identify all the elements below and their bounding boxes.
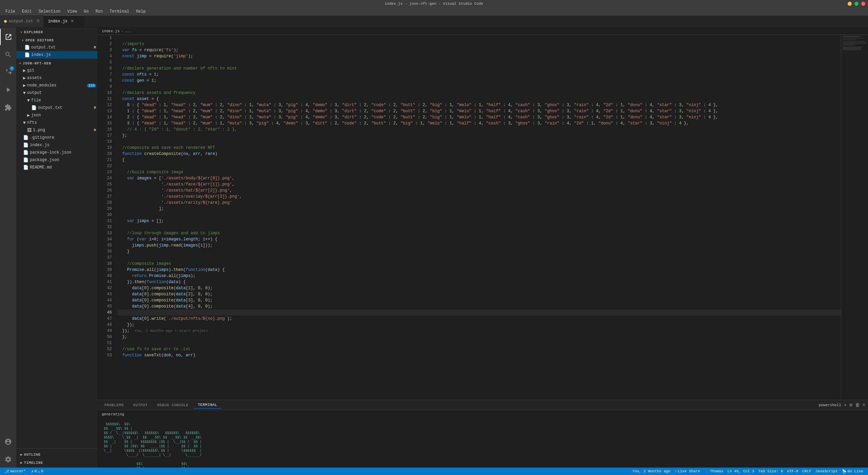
window-controls[interactable] bbox=[848, 2, 865, 6]
folder-label: node_modules bbox=[27, 83, 86, 88]
tree-item-nfts[interactable]: ▼ nfts bbox=[16, 119, 97, 126]
menu-edit[interactable]: Edit bbox=[19, 8, 35, 15]
tree-item-package-lock[interactable]: 📄 package-lock.json bbox=[16, 149, 97, 156]
open-editors-header[interactable]: ▾ OPEN EDITORS bbox=[16, 36, 97, 44]
outline-chevron-icon: ▶ bbox=[20, 453, 23, 457]
project-header[interactable]: ▾ JSON-NFT-GEN bbox=[16, 59, 97, 67]
menu-view[interactable]: View bbox=[64, 8, 80, 15]
modified-badge: M bbox=[94, 46, 96, 50]
file-label: index.js bbox=[30, 143, 97, 147]
timeline-header[interactable]: ▶ TIMELINE bbox=[16, 458, 97, 466]
menu-terminal[interactable]: Terminal bbox=[107, 8, 132, 15]
outline-header[interactable]: ▶ OUTLINE bbox=[16, 450, 97, 458]
code-line-13: 1 : { "dead" : 1, "head" : 2, "mum" : 2,… bbox=[117, 108, 841, 114]
close-button[interactable] bbox=[861, 2, 865, 6]
menu-help[interactable]: Help bbox=[133, 8, 149, 15]
code-line-29: ]; bbox=[117, 206, 841, 212]
cursor-position-status[interactable]: Ln 46, Col 3 bbox=[726, 469, 756, 473]
activity-run[interactable] bbox=[0, 82, 16, 98]
add-terminal-icon[interactable]: + bbox=[844, 402, 847, 408]
file-icon: 📄 bbox=[31, 105, 37, 111]
svg-rect-9 bbox=[843, 42, 866, 43]
errors-status[interactable]: ✗ 0 ⚠ 0 bbox=[29, 468, 45, 475]
tree-item-index-js[interactable]: 📄 index.js bbox=[16, 141, 97, 149]
code-line-6: //declare generation and number of nfts … bbox=[117, 65, 841, 72]
file-icon: 📄 bbox=[23, 165, 28, 170]
menu-run[interactable]: Run bbox=[93, 8, 106, 15]
file-label: README.md bbox=[30, 165, 97, 170]
language-status[interactable]: JavaScript bbox=[813, 469, 840, 473]
image-icon: 🖼 bbox=[27, 128, 32, 133]
svg-rect-7 bbox=[843, 41, 865, 41]
open-editors-chevron-icon: ▾ bbox=[22, 38, 24, 42]
svg-rect-5 bbox=[843, 39, 856, 39]
tree-item-file[interactable]: ▼ file bbox=[16, 97, 97, 104]
activity-search[interactable] bbox=[0, 46, 16, 63]
tree-item-package-json[interactable]: 📄 package.json bbox=[16, 156, 97, 164]
menu-selection[interactable]: Selection bbox=[36, 8, 63, 15]
panel-tab-debug[interactable]: DEBUG CONSOLE bbox=[153, 402, 192, 409]
panel-tab-problems[interactable]: PROBLEMS bbox=[100, 402, 128, 409]
tree-item-readme[interactable]: 📄 README.md bbox=[16, 164, 97, 171]
minimap bbox=[841, 35, 868, 400]
svg-rect-8 bbox=[843, 42, 866, 42]
activity-accounts[interactable] bbox=[0, 434, 16, 450]
maximize-button[interactable] bbox=[854, 2, 859, 6]
tab-output-txt[interactable]: output.txt M bbox=[0, 15, 44, 27]
open-editors-label: OPEN EDITORS bbox=[25, 39, 54, 42]
code-editor[interactable]: //imports var fs = require('fs'); const … bbox=[115, 35, 841, 400]
activity-explorer[interactable] bbox=[0, 29, 16, 45]
split-terminal-icon[interactable]: ⊞ bbox=[849, 402, 852, 408]
timeline-label: TIMELINE bbox=[24, 461, 43, 465]
svg-rect-2 bbox=[843, 36, 860, 37]
tree-item-json[interactable]: ▶ json bbox=[16, 112, 97, 119]
explorer-header[interactable]: ▾ EXPLORER bbox=[16, 27, 97, 36]
open-editor-output-txt[interactable]: 📄 output.txt M bbox=[16, 44, 97, 51]
user-icon: 👤 bbox=[704, 469, 709, 474]
you-status[interactable]: You, 2 months ago bbox=[630, 469, 672, 473]
panel-tab-output[interactable]: OUTPUT bbox=[129, 402, 152, 409]
tab-size-status[interactable]: Tab Size: 8 bbox=[756, 469, 785, 473]
svg-rect-13 bbox=[843, 45, 854, 45]
user-status[interactable]: 👤 Thomas bbox=[702, 469, 726, 474]
tree-item-git[interactable]: ▶ git bbox=[16, 67, 97, 74]
svg-rect-14 bbox=[843, 46, 865, 47]
code-line-49: }); You, 2 months ago • start project bbox=[117, 328, 841, 334]
warning-count: 0 bbox=[41, 469, 43, 473]
code-line-7: const nfts = 1; bbox=[117, 72, 841, 78]
file-icon: 📄 bbox=[24, 45, 30, 50]
line-ending-status[interactable]: CRLF bbox=[800, 469, 813, 473]
tree-item-output[interactable]: ▼ output bbox=[16, 89, 97, 97]
tree-item-assets[interactable]: ▶ assets bbox=[16, 74, 97, 82]
tab-close-icon[interactable]: × bbox=[71, 19, 74, 24]
menu-file[interactable]: File bbox=[3, 8, 18, 15]
tab-index-js[interactable]: index.js × bbox=[44, 15, 84, 27]
trash-icon[interactable]: 🗑 bbox=[855, 402, 860, 408]
folder-open-icon: ▼ bbox=[27, 98, 30, 103]
file-icon: 📄 bbox=[23, 142, 28, 148]
activity-source-control[interactable]: 2 bbox=[0, 64, 16, 80]
tab-label: index.js bbox=[48, 19, 67, 24]
panel-tab-terminal[interactable]: TERMINAL bbox=[194, 401, 221, 409]
tab-close-icon[interactable]: M bbox=[37, 19, 39, 24]
tree-item-1png[interactable]: 🖼 1.png M bbox=[16, 126, 97, 134]
git-branch-status[interactable]: ⎇ master* bbox=[3, 468, 28, 475]
folder-label: git bbox=[27, 68, 97, 73]
terminal-content[interactable]: generating $$$$$$\ $$\ $$ __$$\ $$ | $$ … bbox=[98, 410, 868, 468]
activity-settings[interactable] bbox=[0, 451, 16, 468]
svg-rect-15 bbox=[843, 47, 861, 47]
minimize-button[interactable] bbox=[848, 2, 852, 6]
menu-go[interactable]: Go bbox=[81, 8, 91, 15]
tree-item-node-modules[interactable]: ▶ node_modules 113 bbox=[16, 82, 97, 89]
encoding-status[interactable]: UTF-8 bbox=[785, 469, 800, 473]
close-panel-icon[interactable]: × bbox=[863, 402, 865, 408]
open-editor-index-js[interactable]: 📄 index.js bbox=[16, 51, 97, 59]
breadcrumb-separator: › bbox=[121, 29, 123, 33]
activity-extensions[interactable] bbox=[0, 99, 16, 116]
tree-item-gitignore[interactable]: 📄 .gitignore bbox=[16, 134, 97, 141]
code-line-12: 0 : { "dead" : 1, "head" : 2, "mum" : 2,… bbox=[117, 102, 841, 108]
live-share-status[interactable]: ↑ Live Share bbox=[672, 469, 702, 473]
language: JavaScript bbox=[815, 469, 838, 473]
go-live-status[interactable]: 📡 Go Live bbox=[840, 469, 865, 474]
tree-item-output-txt[interactable]: 📄 output.txt M bbox=[16, 104, 97, 112]
